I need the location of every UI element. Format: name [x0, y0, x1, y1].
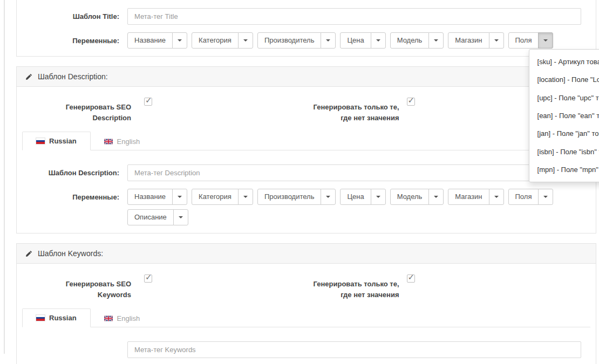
caret-down-icon: [494, 39, 499, 42]
variable-group-model: Модель: [390, 32, 444, 49]
dropdown-toggle-product-name[interactable]: [172, 32, 187, 49]
russian-flag-icon: [36, 315, 45, 321]
variable-group-category: Категория: [192, 189, 253, 205]
russian-flag-icon: [36, 138, 45, 144]
dropdown-toggle-manufacturer[interactable]: [321, 32, 336, 49]
keywords-checkbox-row: Генерировать SEO Keywords Генерировать т…: [17, 264, 596, 302]
dropdown-toggle-manufacturer[interactable]: [321, 189, 336, 205]
variable-button-category[interactable]: Категория: [192, 32, 239, 49]
variable-button-model[interactable]: Модель: [390, 32, 430, 49]
fields-menu-link-mpn[interactable]: [mpn] - Поле "mpn" товара: [529, 161, 599, 178]
tab-english-label: English: [117, 314, 140, 322]
description-generate-label: Генерировать SEO Description: [17, 97, 131, 123]
dropdown-toggle-store[interactable]: [489, 189, 504, 205]
description-panel-title: Шаблон Description:: [38, 72, 108, 81]
description-language-tabs: Russian English: [22, 132, 590, 150]
variable-button-price[interactable]: Цена: [340, 32, 371, 49]
description-template-input[interactable]: [127, 164, 581, 181]
variable-button-manufacturer[interactable]: Производитель: [257, 189, 322, 205]
variable-button-product-name[interactable]: Название: [127, 189, 173, 205]
caret-down-icon: [178, 196, 182, 198]
keywords-template-label: [17, 341, 127, 345]
caret-down-icon: [179, 216, 183, 218]
caret-down-icon: [326, 39, 330, 42]
fields-menu-item-sku: [sku] - Артикул товара: [529, 53, 599, 71]
dropdown-toggle-price[interactable]: [371, 189, 386, 205]
tab-russian-label: Russian: [49, 137, 77, 145]
dropdown-toggle-category[interactable]: [238, 189, 253, 205]
keywords-only-empty-checkbox[interactable]: [407, 274, 415, 283]
variable-button-price[interactable]: Цена: [340, 189, 371, 205]
variable-button-category[interactable]: Категория: [192, 189, 239, 205]
tab-english[interactable]: English: [91, 133, 154, 150]
caret-down-icon: [543, 196, 548, 198]
variable-group-fields: Поля: [508, 189, 554, 205]
caret-down-icon: [178, 39, 182, 42]
variable-button-fields[interactable]: Поля: [508, 189, 539, 205]
keywords-panel-title: Шаблон Keywords:: [38, 249, 103, 258]
variable-button-store[interactable]: Магазин: [448, 189, 489, 205]
page-left-edge-divider: [4, 0, 5, 354]
dropdown-toggle-store[interactable]: [489, 32, 504, 49]
fields-menu-link-isbn[interactable]: [isbn] - Поле "isbn" товара: [529, 143, 599, 161]
variable-button-store[interactable]: Магазин: [448, 32, 489, 49]
fields-menu-link-ean[interactable]: [ean] - Поле "ean" товара: [529, 107, 599, 125]
fields-menu-item-mpn: [mpn] - Поле "mpn" товара: [529, 161, 599, 178]
tab-russian[interactable]: Russian: [22, 308, 91, 327]
keywords-template-row: [17, 341, 581, 358]
variable-group-price: Цена: [340, 32, 385, 49]
caret-down-icon: [376, 196, 380, 198]
fields-menu-link-sku[interactable]: [sku] - Артикул товара: [529, 53, 599, 71]
caret-down-icon: [376, 39, 380, 42]
variable-group-store: Магазин: [448, 189, 503, 205]
description-only-empty-label: Генерировать только те, где нет значения: [307, 97, 399, 123]
fields-menu-item-upc: [upc] - Поле "upc" товара: [529, 89, 599, 107]
description-panel-header: Шаблон Description:: [17, 67, 596, 87]
dropdown-toggle-price[interactable]: [371, 32, 386, 49]
keywords-template-input[interactable]: [127, 341, 581, 358]
description-template-panel: Шаблон Description: Генерировать SEO Des…: [16, 66, 596, 233]
variable-group-price: Цена: [340, 189, 385, 205]
caret-down-icon: [494, 196, 499, 198]
keywords-generate-group: Генерировать SEO Keywords: [17, 273, 307, 300]
tab-english-label: English: [117, 138, 140, 146]
keywords-generate-checkbox[interactable]: [144, 274, 152, 283]
description-generate-checkbox[interactable]: [144, 98, 152, 106]
tab-english[interactable]: English: [91, 310, 154, 327]
variable-button-product-name[interactable]: Название: [127, 32, 173, 49]
dropdown-toggle-product-name[interactable]: [172, 189, 187, 205]
dropdown-toggle-fields-open[interactable]: [538, 32, 553, 49]
variable-group-store: Магазин: [448, 32, 503, 49]
variable-group-manufacturer: Производитель: [257, 189, 336, 205]
variable-button-description[interactable]: Описание: [127, 209, 174, 225]
fields-menu-link-location[interactable]: [location] - Поле "Location" товара: [529, 71, 599, 88]
variable-group-model: Модель: [390, 189, 444, 205]
caret-down-icon: [434, 196, 438, 198]
variable-button-manufacturer[interactable]: Производитель: [257, 32, 322, 49]
variable-button-fields[interactable]: Поля: [508, 32, 539, 49]
description-template-label: Шаблон Description:: [17, 164, 127, 178]
dropdown-toggle-description[interactable]: [173, 209, 188, 225]
fields-menu-item-location: [location] - Поле "Location" товара: [529, 71, 599, 88]
pencil-icon: [25, 73, 32, 80]
dropdown-toggle-model[interactable]: [428, 189, 444, 205]
title-template-panel: Шаблон Title: Переменные: Название Катег…: [16, 0, 596, 57]
title-template-input[interactable]: [127, 8, 581, 25]
variable-group-product-name: Название: [127, 32, 187, 49]
caret-down-icon: [243, 196, 248, 198]
pencil-icon: [25, 250, 32, 257]
dropdown-toggle-category[interactable]: [238, 32, 253, 49]
title-variables-label: Переменные:: [17, 32, 127, 46]
uk-flag-icon: [104, 139, 113, 145]
description-template-row: Шаблон Description:: [17, 164, 581, 181]
tab-russian[interactable]: Russian: [22, 132, 91, 150]
fields-menu-item-ean: [ean] - Поле "ean" товара: [529, 107, 599, 125]
dropdown-toggle-model[interactable]: [428, 32, 444, 49]
fields-menu-link-jan[interactable]: [jan] - Поле "jan" товара: [529, 125, 599, 142]
keywords-language-tabs: Russian English: [22, 308, 590, 327]
fields-menu-link-upc[interactable]: [upc] - Поле "upc" товара: [529, 89, 599, 107]
caret-down-icon: [326, 196, 330, 198]
dropdown-toggle-fields[interactable]: [538, 189, 553, 205]
variable-button-model[interactable]: Модель: [390, 189, 430, 205]
description-only-empty-checkbox[interactable]: [407, 98, 415, 106]
